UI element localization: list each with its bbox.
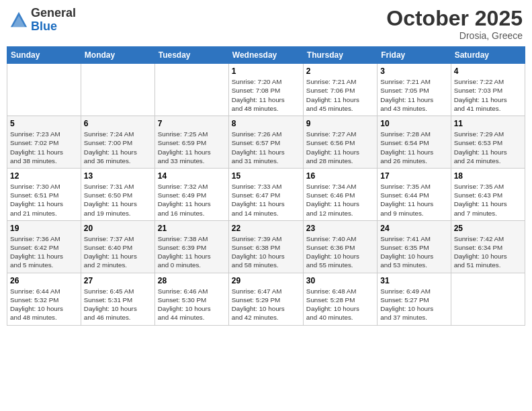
calendar-cell: 28Sunrise: 6:46 AM Sunset: 5:30 PM Dayli…	[154, 273, 228, 325]
logo-blue-text: Blue	[31, 20, 76, 34]
day-number: 22	[232, 224, 300, 233]
day-info: Sunrise: 7:33 AM Sunset: 6:47 PM Dayligh…	[232, 182, 300, 218]
calendar-cell: 7Sunrise: 7:25 AM Sunset: 6:59 PM Daylig…	[154, 116, 228, 169]
day-info: Sunrise: 7:34 AM Sunset: 6:46 PM Dayligh…	[306, 182, 374, 218]
column-header-sunday: Sunday	[7, 47, 81, 64]
day-info: Sunrise: 7:20 AM Sunset: 7:08 PM Dayligh…	[232, 77, 300, 113]
calendar-cell: 13Sunrise: 7:31 AM Sunset: 6:50 PM Dayli…	[81, 168, 154, 220]
day-number: 26	[10, 276, 78, 285]
calendar-cell: 8Sunrise: 7:26 AM Sunset: 6:57 PM Daylig…	[228, 116, 303, 169]
day-info: Sunrise: 7:21 AM Sunset: 7:06 PM Dayligh…	[306, 77, 374, 113]
day-number: 18	[454, 171, 522, 181]
day-number: 12	[10, 171, 78, 181]
calendar-cell: 26Sunrise: 6:44 AM Sunset: 5:32 PM Dayli…	[7, 273, 81, 325]
day-number: 10	[380, 119, 447, 128]
day-number: 5	[10, 119, 78, 128]
month-title: October 2025	[386, 7, 523, 30]
day-number: 4	[454, 66, 522, 76]
calendar-cell: 21Sunrise: 7:38 AM Sunset: 6:39 PM Dayli…	[154, 220, 228, 273]
calendar-week-4: 19Sunrise: 7:36 AM Sunset: 6:42 PM Dayli…	[7, 220, 525, 273]
day-number: 28	[158, 276, 226, 285]
day-info: Sunrise: 7:32 AM Sunset: 6:49 PM Dayligh…	[158, 182, 226, 218]
column-header-thursday: Thursday	[303, 47, 377, 64]
day-info: Sunrise: 6:45 AM Sunset: 5:31 PM Dayligh…	[84, 287, 152, 322]
day-number: 21	[158, 224, 226, 233]
logo-icon	[9, 11, 28, 30]
day-number: 3	[380, 66, 447, 76]
day-info: Sunrise: 7:21 AM Sunset: 7:05 PM Dayligh…	[380, 77, 447, 113]
day-info: Sunrise: 6:44 AM Sunset: 5:32 PM Dayligh…	[10, 287, 78, 322]
day-info: Sunrise: 7:31 AM Sunset: 6:50 PM Dayligh…	[84, 182, 152, 218]
day-info: Sunrise: 7:27 AM Sunset: 6:56 PM Dayligh…	[306, 130, 374, 165]
day-info: Sunrise: 7:42 AM Sunset: 6:34 PM Dayligh…	[454, 234, 522, 270]
day-number: 14	[158, 171, 226, 181]
day-number: 2	[306, 66, 374, 76]
day-number: 19	[10, 224, 78, 233]
location: Drosia, Greece	[386, 30, 523, 41]
calendar-cell: 17Sunrise: 7:35 AM Sunset: 6:44 PM Dayli…	[378, 168, 451, 220]
day-info: Sunrise: 7:30 AM Sunset: 6:51 PM Dayligh…	[10, 182, 78, 218]
day-info: Sunrise: 7:24 AM Sunset: 7:00 PM Dayligh…	[84, 130, 152, 165]
calendar-week-2: 5Sunrise: 7:23 AM Sunset: 7:02 PM Daylig…	[7, 116, 525, 169]
calendar-cell: 22Sunrise: 7:39 AM Sunset: 6:38 PM Dayli…	[228, 220, 303, 273]
day-number: 23	[306, 224, 374, 233]
day-info: Sunrise: 7:28 AM Sunset: 6:54 PM Dayligh…	[380, 130, 447, 165]
day-number: 6	[84, 119, 152, 128]
calendar-header-row: SundayMondayTuesdayWednesdayThursdayFrid…	[7, 47, 525, 64]
day-info: Sunrise: 6:48 AM Sunset: 5:28 PM Dayligh…	[306, 287, 374, 322]
day-number: 20	[84, 224, 152, 233]
day-number: 29	[232, 276, 300, 285]
day-info: Sunrise: 7:37 AM Sunset: 6:40 PM Dayligh…	[84, 234, 152, 270]
day-info: Sunrise: 7:29 AM Sunset: 6:53 PM Dayligh…	[454, 130, 522, 165]
day-info: Sunrise: 7:35 AM Sunset: 6:43 PM Dayligh…	[454, 182, 522, 218]
calendar-cell: 30Sunrise: 6:48 AM Sunset: 5:28 PM Dayli…	[303, 273, 377, 325]
calendar-cell: 9Sunrise: 7:27 AM Sunset: 6:56 PM Daylig…	[303, 116, 377, 169]
page-header: General Blue October 2025 Drosia, Greece	[7, 7, 525, 41]
column-header-saturday: Saturday	[451, 47, 525, 64]
column-header-tuesday: Tuesday	[154, 47, 228, 64]
logo-general-text: General	[31, 7, 76, 20]
calendar-cell: 29Sunrise: 6:47 AM Sunset: 5:29 PM Dayli…	[228, 273, 303, 325]
day-number: 31	[380, 276, 447, 285]
calendar-cell: 18Sunrise: 7:35 AM Sunset: 6:43 PM Dayli…	[451, 168, 525, 220]
calendar-cell	[7, 64, 81, 116]
column-header-friday: Friday	[378, 47, 451, 64]
day-info: Sunrise: 6:47 AM Sunset: 5:29 PM Dayligh…	[232, 287, 300, 322]
calendar-cell: 12Sunrise: 7:30 AM Sunset: 6:51 PM Dayli…	[7, 168, 81, 220]
calendar-cell: 5Sunrise: 7:23 AM Sunset: 7:02 PM Daylig…	[7, 116, 81, 169]
day-info: Sunrise: 7:39 AM Sunset: 6:38 PM Dayligh…	[232, 234, 300, 270]
calendar-cell: 31Sunrise: 6:49 AM Sunset: 5:27 PM Dayli…	[378, 273, 451, 325]
calendar-cell: 2Sunrise: 7:21 AM Sunset: 7:06 PM Daylig…	[303, 64, 377, 116]
day-info: Sunrise: 6:49 AM Sunset: 5:27 PM Dayligh…	[380, 287, 447, 322]
day-number: 1	[232, 66, 300, 76]
day-info: Sunrise: 7:41 AM Sunset: 6:35 PM Dayligh…	[380, 234, 447, 270]
calendar-cell: 25Sunrise: 7:42 AM Sunset: 6:34 PM Dayli…	[451, 220, 525, 273]
day-info: Sunrise: 6:46 AM Sunset: 5:30 PM Dayligh…	[158, 287, 226, 322]
day-info: Sunrise: 7:35 AM Sunset: 6:44 PM Dayligh…	[380, 182, 447, 218]
calendar-cell: 23Sunrise: 7:40 AM Sunset: 6:36 PM Dayli…	[303, 220, 377, 273]
day-number: 24	[380, 224, 447, 233]
logo: General Blue	[9, 7, 76, 34]
calendar-cell: 11Sunrise: 7:29 AM Sunset: 6:53 PM Dayli…	[451, 116, 525, 169]
calendar-cell: 16Sunrise: 7:34 AM Sunset: 6:46 PM Dayli…	[303, 168, 377, 220]
calendar-cell	[154, 64, 228, 116]
calendar-cell: 24Sunrise: 7:41 AM Sunset: 6:35 PM Dayli…	[378, 220, 451, 273]
calendar-cell: 10Sunrise: 7:28 AM Sunset: 6:54 PM Dayli…	[378, 116, 451, 169]
day-number: 15	[232, 171, 300, 181]
day-info: Sunrise: 7:22 AM Sunset: 7:03 PM Dayligh…	[454, 77, 522, 113]
calendar-week-5: 26Sunrise: 6:44 AM Sunset: 5:32 PM Dayli…	[7, 273, 525, 325]
day-info: Sunrise: 7:25 AM Sunset: 6:59 PM Dayligh…	[158, 130, 226, 165]
day-info: Sunrise: 7:36 AM Sunset: 6:42 PM Dayligh…	[10, 234, 78, 270]
calendar-cell: 15Sunrise: 7:33 AM Sunset: 6:47 PM Dayli…	[228, 168, 303, 220]
day-number: 25	[454, 224, 522, 233]
column-header-wednesday: Wednesday	[228, 47, 303, 64]
calendar-cell: 27Sunrise: 6:45 AM Sunset: 5:31 PM Dayli…	[81, 273, 154, 325]
day-number: 27	[84, 276, 152, 285]
day-number: 30	[306, 276, 374, 285]
day-number: 13	[84, 171, 152, 181]
day-info: Sunrise: 7:23 AM Sunset: 7:02 PM Dayligh…	[10, 130, 78, 165]
calendar-cell	[81, 64, 154, 116]
day-number: 11	[454, 119, 522, 128]
title-block: October 2025 Drosia, Greece	[386, 7, 523, 41]
day-number: 17	[380, 171, 447, 181]
